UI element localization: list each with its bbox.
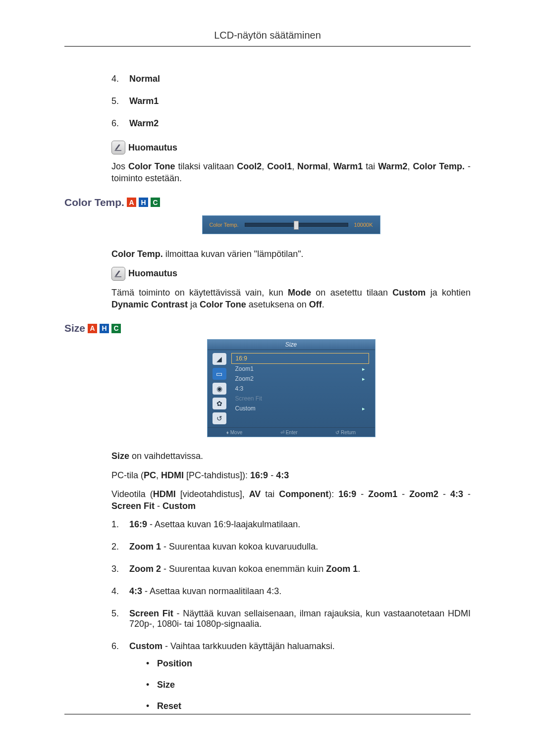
text: Return — [341, 430, 356, 435]
text: - — [438, 489, 450, 499]
list-body: 4:3 - Asettaa kuvan normaalitilaan 4:3. — [129, 586, 471, 597]
list-number: 3. — [111, 564, 129, 574]
text: ja — [188, 300, 200, 309]
note-paragraph-2: Tämä toiminto on käytettävissä vain, kun… — [111, 287, 471, 311]
text: tai — [261, 489, 279, 499]
text-bold: 4:3 — [276, 470, 289, 480]
text: tai — [363, 161, 378, 171]
list-label: Warm1 — [129, 96, 159, 106]
text: Move — [230, 430, 242, 435]
list-item: 5.Warm1 — [111, 96, 471, 106]
text-bold: Zoom 2 — [129, 564, 161, 574]
noise-reduction-icon: ◉ — [213, 383, 226, 395]
text: - — [397, 489, 409, 499]
osd-footer-move: ♦ Move — [226, 430, 242, 435]
text-bold: Zoom1 — [368, 489, 397, 499]
text-bold: Custom — [162, 501, 196, 511]
text: ilmoittaa kuvan värien "lämpötilan". — [163, 249, 304, 259]
text-bold: 4:3 — [129, 586, 142, 596]
color-tone-list-continued: 4.Normal 5.Warm1 6.Warm2 — [111, 74, 471, 129]
note-row: Huomautus — [111, 141, 471, 154]
text: ja kohtien — [426, 288, 471, 298]
text-bold: 16:9 — [250, 470, 268, 480]
text: Enter — [286, 430, 298, 435]
arrow-right-icon: ▸ — [362, 376, 365, 382]
list-label: Warm2 — [129, 118, 159, 128]
list-item: 6.Warm2 — [111, 118, 471, 129]
size-options-list: 1.16:9 - Asettaa kuvan 16:9-laajakulmati… — [111, 519, 471, 722]
list-number: 6. — [111, 118, 129, 129]
text: - Asettaa kuvan 16:9-laajakulmatilaan. — [147, 519, 300, 529]
text-bold: Zoom 1 — [326, 564, 358, 574]
note-icon — [111, 141, 125, 154]
text: Videotila ( — [111, 489, 153, 499]
text-bold: 16:9 — [338, 489, 356, 499]
osd-item-16-9: 16:9 — [231, 353, 369, 364]
settings-icon: ✿ — [213, 398, 226, 409]
text: [PC-tahdistus]): — [184, 470, 250, 480]
page-title: LCD-näytön säätäminen — [64, 30, 471, 41]
text: - — [356, 489, 368, 499]
text-bold: Mode — [288, 288, 311, 298]
text-bold: Cool1 — [267, 161, 292, 171]
osd-item-zoom2: Zoom2▸ — [231, 374, 369, 384]
text-bold: Component — [279, 489, 328, 499]
list-number: 5. — [111, 608, 129, 629]
text: - Näyttää kuvan sellaisenaan, ilman raja… — [129, 608, 471, 629]
osd-title: Size — [208, 340, 375, 350]
document-page: LCD-näytön säätäminen 4.Normal 5.Warm1 6… — [0, 0, 535, 756]
osd-item-screen-fit: Screen Fit — [231, 394, 369, 403]
list-body: Zoom 1 - Suurentaa kuvan kokoa kuvaruudu… — [129, 542, 471, 552]
sub-list-item: Position — [146, 658, 471, 669]
size-menu-icon: ▭ — [213, 368, 226, 380]
reset-icon: ↺ — [213, 412, 226, 424]
badge-c-icon: C — [151, 198, 160, 207]
top-divider — [64, 46, 471, 47]
list-item: 6.Custom - Vaihtaa tarkkuuden käyttäjän … — [111, 641, 471, 722]
osd-item-label: 16:9 — [236, 355, 247, 362]
text: , — [156, 470, 161, 480]
text: - — [268, 470, 276, 480]
text: , — [328, 161, 333, 171]
section-title: Size — [64, 322, 85, 334]
list-number: 2. — [111, 542, 129, 552]
badge-c-icon: C — [111, 324, 121, 333]
text-bold: HDMI — [153, 489, 176, 499]
text-bold: Color Tone — [128, 161, 175, 171]
content-area: 4.Normal 5.Warm1 6.Warm2 Huomautus Jos C… — [111, 74, 471, 722]
text-bold: Off — [309, 300, 322, 309]
text: on vaihdettavissa. — [129, 451, 203, 461]
text: - Asettaa kuvan normaalitilaan 4:3. — [142, 586, 281, 596]
text: asetuksena on — [246, 300, 309, 309]
list-item: 2.Zoom 1 - Suurentaa kuvan kokoa kuvaruu… — [111, 542, 471, 552]
arrow-right-icon: ▸ — [362, 405, 365, 412]
arrow-right-icon: ▸ — [362, 366, 365, 372]
text: . — [322, 300, 324, 309]
bottom-divider — [64, 714, 471, 714]
list-item: 4.4:3 - Asettaa kuvan normaalitilaan 4:3… — [111, 586, 471, 597]
list-body: Zoom 2 - Suurentaa kuvan kokoa enemmän k… — [129, 564, 471, 574]
text-bold: Size — [111, 451, 129, 461]
text: , — [262, 161, 267, 171]
text: - Vaihtaa tarkkuuden käyttäjän haluamaks… — [162, 641, 335, 651]
text-bold: Reset — [157, 701, 181, 711]
text: PC-tila ( — [111, 470, 144, 480]
list-number: 1. — [111, 519, 129, 530]
text-bold: Color Temp. — [413, 161, 465, 171]
badge-h-icon: H — [139, 198, 148, 207]
section-heading-size: Size A H C — [64, 322, 471, 334]
sub-list-item: Size — [146, 680, 471, 690]
text-bold: Normal — [297, 161, 328, 171]
text: - Suurentaa kuvan kokoa kuvaruudulla. — [161, 542, 318, 552]
osd-item-4-3: 4:3 — [231, 384, 369, 394]
text-bold: Cool2 — [237, 161, 262, 171]
list-body: 16:9 - Asettaa kuvan 16:9-laajakulmatila… — [129, 519, 471, 530]
text-bold: AV — [249, 489, 261, 499]
osd-icon-column: ◢ ▭ ◉ ✿ ↺ — [208, 350, 231, 427]
list-body: Custom - Vaihtaa tarkkuuden käyttäjän ha… — [129, 641, 471, 722]
text-bold: Color Temp. — [111, 249, 163, 259]
text-bold: Dynamic Contrast — [111, 300, 188, 309]
osd-item-label: Zoom1 — [235, 365, 254, 372]
note-row: Huomautus — [111, 267, 471, 281]
badge-a-icon: A — [127, 198, 136, 207]
